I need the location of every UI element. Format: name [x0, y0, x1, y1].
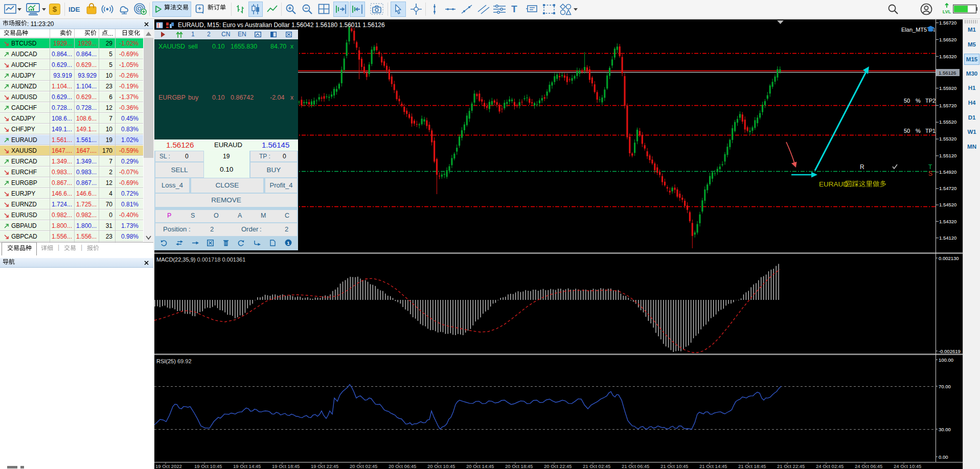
svg-text:20 Oct 18:45: 20 Oct 18:45: [505, 463, 533, 469]
svg-text:21 Oct 14:45: 21 Oct 14:45: [699, 463, 727, 469]
svg-text:1.55320: 1.55320: [939, 136, 956, 142]
svg-text:TP1: TP1: [925, 128, 936, 134]
svg-text:LVL: LVL: [943, 9, 951, 14]
svg-text:0.002130: 0.002130: [939, 255, 959, 261]
svg-text:30.00: 30.00: [939, 427, 951, 432]
svg-text:20 Oct 10:45: 20 Oct 10:45: [427, 463, 455, 469]
svg-text:1.55520: 1.55520: [939, 119, 956, 125]
svg-text:1.55720: 1.55720: [939, 103, 956, 108]
svg-text:T: T: [928, 163, 932, 171]
svg-text:EURAUD, M15: Euro vs Australi: EURAUD, M15: Euro vs Australian Dollar 1…: [178, 21, 385, 29]
svg-text:1.56720: 1.56720: [939, 20, 956, 26]
svg-text:1.54320: 1.54320: [939, 219, 956, 224]
svg-text:19 Oct 2022: 19 Oct 2022: [155, 463, 182, 469]
svg-text:21 Oct 06:45: 21 Oct 06:45: [622, 463, 649, 469]
svg-text:0.00: 0.00: [939, 454, 948, 460]
svg-text:19 Oct 22:45: 19 Oct 22:45: [311, 463, 338, 469]
svg-text:MACD(22,35,9) 0.001718 0.00136: MACD(22,35,9) 0.001718 0.001361: [156, 256, 245, 263]
svg-text:21 Oct 02:45: 21 Oct 02:45: [583, 463, 610, 469]
svg-text:1.54720: 1.54720: [939, 185, 956, 191]
svg-text:20 Oct 02:45: 20 Oct 02:45: [350, 463, 377, 469]
svg-text:70.00: 70.00: [939, 384, 951, 389]
svg-text:20 Oct 14:45: 20 Oct 14:45: [466, 463, 494, 469]
svg-text:100.00: 100.00: [939, 357, 953, 363]
svg-text:24 Oct 02:45: 24 Oct 02:45: [816, 463, 844, 469]
svg-text:50: 50: [904, 98, 910, 104]
svg-text:20 Oct 22:45: 20 Oct 22:45: [544, 463, 572, 469]
svg-text:1.55120: 1.55120: [939, 153, 956, 158]
svg-text:RSI(25) 69.92: RSI(25) 69.92: [156, 358, 192, 364]
svg-text:1.54120: 1.54120: [939, 235, 956, 241]
svg-text:19 Oct 10:45: 19 Oct 10:45: [194, 463, 222, 469]
svg-text:1.56320: 1.56320: [939, 54, 956, 59]
svg-text:24 Oct 10:45: 24 Oct 10:45: [894, 463, 921, 469]
svg-text:Elan_MT5: Elan_MT5: [901, 27, 927, 33]
svg-text:21 Oct 10:45: 21 Oct 10:45: [660, 463, 688, 469]
svg-text:1.54920: 1.54920: [939, 169, 956, 175]
svg-text:1.55920: 1.55920: [939, 85, 956, 91]
svg-text:24 Oct 06:45: 24 Oct 06:45: [855, 463, 882, 469]
svg-text:S: S: [928, 170, 932, 177]
svg-text:R: R: [860, 163, 864, 171]
svg-text:%: %: [916, 98, 921, 104]
svg-text:21 Oct 18:45: 21 Oct 18:45: [738, 463, 766, 469]
svg-text:19 Oct 18:45: 19 Oct 18:45: [272, 463, 300, 469]
svg-text:EURAUD: EURAUD: [819, 180, 848, 188]
svg-text:1.54520: 1.54520: [939, 202, 956, 207]
svg-text:%: %: [916, 128, 921, 134]
svg-text:50: 50: [904, 128, 910, 134]
svg-text:-0.002619: -0.002619: [939, 348, 961, 354]
svg-text:1.56520: 1.56520: [939, 37, 956, 42]
svg-text:19 Oct 14:45: 19 Oct 14:45: [233, 463, 261, 469]
svg-text:1.56126: 1.56126: [939, 70, 956, 76]
svg-text:TP2: TP2: [925, 98, 936, 104]
svg-text:1: 1: [287, 240, 290, 246]
svg-text:21 Oct 22:45: 21 Oct 22:45: [777, 463, 805, 469]
svg-text:20 Oct 06:45: 20 Oct 06:45: [389, 463, 416, 469]
svg-text:$: $: [53, 5, 57, 13]
